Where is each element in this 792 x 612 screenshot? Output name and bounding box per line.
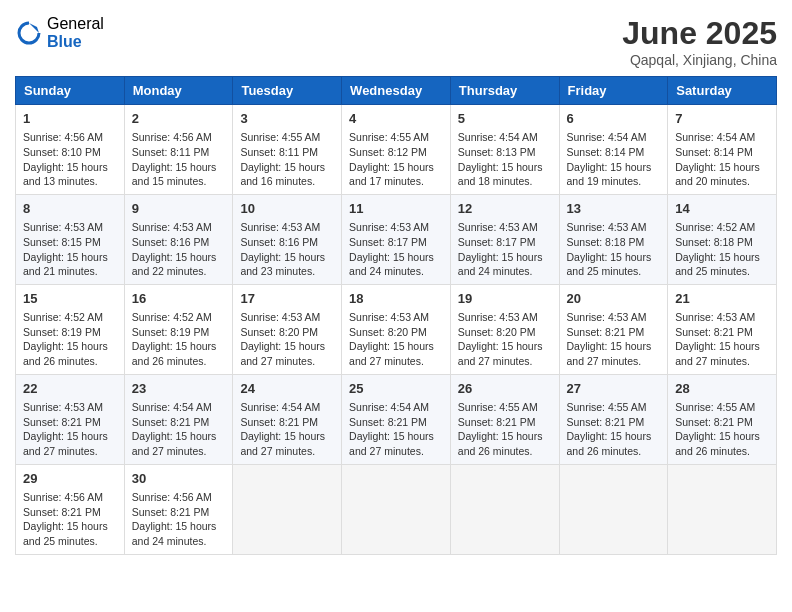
calendar-cell: 25 Sunrise: 4:54 AM Sunset: 8:21 PM Dayl… bbox=[342, 374, 451, 464]
sunset-label: Sunset: 8:21 PM bbox=[132, 416, 210, 428]
calendar-cell bbox=[668, 464, 777, 554]
calendar-cell: 8 Sunrise: 4:53 AM Sunset: 8:15 PM Dayli… bbox=[16, 194, 125, 284]
daylight-label: Daylight: 15 hours and 24 minutes. bbox=[458, 251, 543, 278]
day-number: 8 bbox=[23, 200, 117, 218]
day-number: 24 bbox=[240, 380, 334, 398]
week-row-4: 22 Sunrise: 4:53 AM Sunset: 8:21 PM Dayl… bbox=[16, 374, 777, 464]
daylight-label: Daylight: 15 hours and 27 minutes. bbox=[240, 430, 325, 457]
daylight-label: Daylight: 15 hours and 27 minutes. bbox=[132, 430, 217, 457]
page-header: General Blue June 2025 Qapqal, Xinjiang,… bbox=[15, 15, 777, 68]
daylight-label: Daylight: 15 hours and 22 minutes. bbox=[132, 251, 217, 278]
calendar-cell: 5 Sunrise: 4:54 AM Sunset: 8:13 PM Dayli… bbox=[450, 105, 559, 195]
day-number: 22 bbox=[23, 380, 117, 398]
daylight-label: Daylight: 15 hours and 21 minutes. bbox=[23, 251, 108, 278]
sunset-label: Sunset: 8:21 PM bbox=[23, 506, 101, 518]
calendar-cell: 19 Sunrise: 4:53 AM Sunset: 8:20 PM Dayl… bbox=[450, 284, 559, 374]
weekday-header-friday: Friday bbox=[559, 77, 668, 105]
sunrise-label: Sunrise: 4:53 AM bbox=[458, 311, 538, 323]
sunset-label: Sunset: 8:20 PM bbox=[240, 326, 318, 338]
sunset-label: Sunset: 8:16 PM bbox=[132, 236, 210, 248]
day-number: 20 bbox=[567, 290, 661, 308]
calendar-cell: 26 Sunrise: 4:55 AM Sunset: 8:21 PM Dayl… bbox=[450, 374, 559, 464]
daylight-label: Daylight: 15 hours and 16 minutes. bbox=[240, 161, 325, 188]
sunrise-label: Sunrise: 4:53 AM bbox=[132, 221, 212, 233]
weekday-header-row: SundayMondayTuesdayWednesdayThursdayFrid… bbox=[16, 77, 777, 105]
calendar-cell: 24 Sunrise: 4:54 AM Sunset: 8:21 PM Dayl… bbox=[233, 374, 342, 464]
weekday-header-wednesday: Wednesday bbox=[342, 77, 451, 105]
daylight-label: Daylight: 15 hours and 26 minutes. bbox=[675, 430, 760, 457]
daylight-label: Daylight: 15 hours and 13 minutes. bbox=[23, 161, 108, 188]
sunset-label: Sunset: 8:21 PM bbox=[567, 416, 645, 428]
daylight-label: Daylight: 15 hours and 27 minutes. bbox=[240, 340, 325, 367]
daylight-label: Daylight: 15 hours and 25 minutes. bbox=[675, 251, 760, 278]
day-number: 21 bbox=[675, 290, 769, 308]
day-number: 23 bbox=[132, 380, 226, 398]
sunrise-label: Sunrise: 4:55 AM bbox=[240, 131, 320, 143]
calendar-cell bbox=[450, 464, 559, 554]
daylight-label: Daylight: 15 hours and 25 minutes. bbox=[23, 520, 108, 547]
calendar-cell: 1 Sunrise: 4:56 AM Sunset: 8:10 PM Dayli… bbox=[16, 105, 125, 195]
daylight-label: Daylight: 15 hours and 27 minutes. bbox=[23, 430, 108, 457]
day-number: 5 bbox=[458, 110, 552, 128]
sunrise-label: Sunrise: 4:55 AM bbox=[675, 401, 755, 413]
calendar-cell: 15 Sunrise: 4:52 AM Sunset: 8:19 PM Dayl… bbox=[16, 284, 125, 374]
calendar-cell: 20 Sunrise: 4:53 AM Sunset: 8:21 PM Dayl… bbox=[559, 284, 668, 374]
daylight-label: Daylight: 15 hours and 27 minutes. bbox=[349, 430, 434, 457]
sunset-label: Sunset: 8:13 PM bbox=[458, 146, 536, 158]
daylight-label: Daylight: 15 hours and 24 minutes. bbox=[349, 251, 434, 278]
sunset-label: Sunset: 8:19 PM bbox=[132, 326, 210, 338]
day-number: 3 bbox=[240, 110, 334, 128]
sunset-label: Sunset: 8:21 PM bbox=[458, 416, 536, 428]
sunrise-label: Sunrise: 4:56 AM bbox=[23, 131, 103, 143]
sunset-label: Sunset: 8:10 PM bbox=[23, 146, 101, 158]
calendar-cell: 6 Sunrise: 4:54 AM Sunset: 8:14 PM Dayli… bbox=[559, 105, 668, 195]
day-number: 15 bbox=[23, 290, 117, 308]
sunrise-label: Sunrise: 4:53 AM bbox=[240, 221, 320, 233]
day-number: 11 bbox=[349, 200, 443, 218]
day-number: 25 bbox=[349, 380, 443, 398]
sunset-label: Sunset: 8:21 PM bbox=[675, 326, 753, 338]
calendar-cell bbox=[559, 464, 668, 554]
calendar-cell: 17 Sunrise: 4:53 AM Sunset: 8:20 PM Dayl… bbox=[233, 284, 342, 374]
day-number: 26 bbox=[458, 380, 552, 398]
day-number: 19 bbox=[458, 290, 552, 308]
sunset-label: Sunset: 8:14 PM bbox=[567, 146, 645, 158]
day-number: 17 bbox=[240, 290, 334, 308]
calendar-cell: 29 Sunrise: 4:56 AM Sunset: 8:21 PM Dayl… bbox=[16, 464, 125, 554]
sunrise-label: Sunrise: 4:53 AM bbox=[349, 311, 429, 323]
day-number: 9 bbox=[132, 200, 226, 218]
sunset-label: Sunset: 8:20 PM bbox=[458, 326, 536, 338]
sunrise-label: Sunrise: 4:53 AM bbox=[240, 311, 320, 323]
sunset-label: Sunset: 8:21 PM bbox=[23, 416, 101, 428]
sunrise-label: Sunrise: 4:53 AM bbox=[23, 401, 103, 413]
sunrise-label: Sunrise: 4:55 AM bbox=[349, 131, 429, 143]
calendar-cell: 14 Sunrise: 4:52 AM Sunset: 8:18 PM Dayl… bbox=[668, 194, 777, 284]
calendar-subtitle: Qapqal, Xinjiang, China bbox=[622, 52, 777, 68]
day-number: 18 bbox=[349, 290, 443, 308]
sunset-label: Sunset: 8:21 PM bbox=[567, 326, 645, 338]
weekday-header-thursday: Thursday bbox=[450, 77, 559, 105]
day-number: 28 bbox=[675, 380, 769, 398]
sunset-label: Sunset: 8:11 PM bbox=[240, 146, 318, 158]
sunrise-label: Sunrise: 4:56 AM bbox=[132, 491, 212, 503]
sunset-label: Sunset: 8:12 PM bbox=[349, 146, 427, 158]
sunset-label: Sunset: 8:20 PM bbox=[349, 326, 427, 338]
daylight-label: Daylight: 15 hours and 18 minutes. bbox=[458, 161, 543, 188]
day-number: 29 bbox=[23, 470, 117, 488]
sunset-label: Sunset: 8:17 PM bbox=[458, 236, 536, 248]
calendar-cell: 27 Sunrise: 4:55 AM Sunset: 8:21 PM Dayl… bbox=[559, 374, 668, 464]
sunset-label: Sunset: 8:14 PM bbox=[675, 146, 753, 158]
daylight-label: Daylight: 15 hours and 27 minutes. bbox=[349, 340, 434, 367]
day-number: 16 bbox=[132, 290, 226, 308]
daylight-label: Daylight: 15 hours and 19 minutes. bbox=[567, 161, 652, 188]
day-number: 30 bbox=[132, 470, 226, 488]
sunrise-label: Sunrise: 4:52 AM bbox=[675, 221, 755, 233]
day-number: 2 bbox=[132, 110, 226, 128]
day-number: 4 bbox=[349, 110, 443, 128]
sunset-label: Sunset: 8:16 PM bbox=[240, 236, 318, 248]
daylight-label: Daylight: 15 hours and 26 minutes. bbox=[458, 430, 543, 457]
calendar-cell bbox=[342, 464, 451, 554]
calendar-cell: 28 Sunrise: 4:55 AM Sunset: 8:21 PM Dayl… bbox=[668, 374, 777, 464]
sunrise-label: Sunrise: 4:53 AM bbox=[567, 311, 647, 323]
sunrise-label: Sunrise: 4:52 AM bbox=[132, 311, 212, 323]
